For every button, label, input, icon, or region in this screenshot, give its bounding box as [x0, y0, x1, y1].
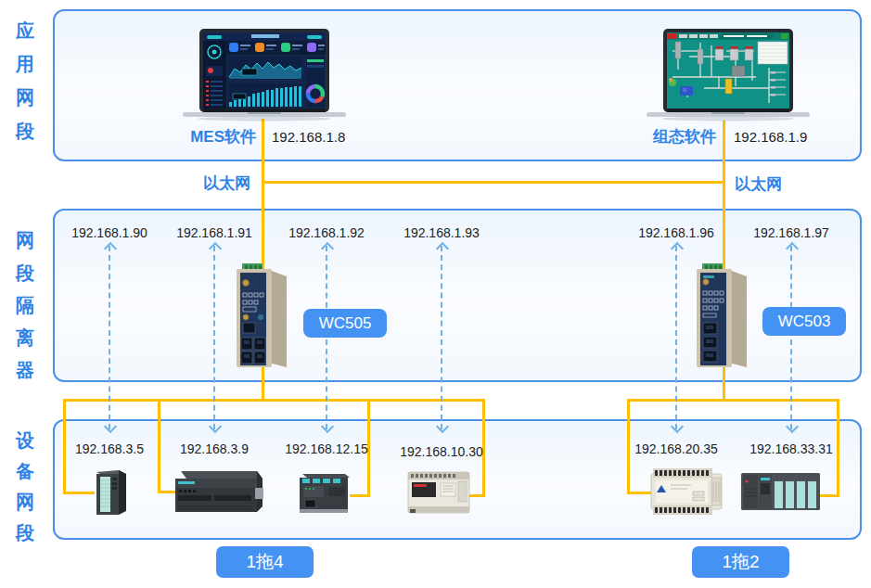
- wc505-lan-ip-3: 192.168.1.92: [275, 225, 378, 240]
- group1-badge: 1拖4: [216, 546, 314, 578]
- siemens-s7-1200-plc-icon: [297, 472, 352, 515]
- cable-stub-1: [63, 492, 95, 494]
- dashed-link-arrow-5: [675, 246, 677, 429]
- device-ip-1: 192.168.3.5: [58, 441, 160, 456]
- delta-dvp-plc-icon: [650, 467, 724, 516]
- ethernet-label-right: 以太网: [735, 173, 782, 195]
- mes-ip: 192.168.1.8: [272, 129, 345, 145]
- cable-stub-3: [350, 494, 370, 497]
- dashed-link-arrow-6: [790, 246, 792, 429]
- siemens-sm-module-plc-icon: [91, 467, 130, 517]
- scada-ip: 192.168.1.9: [734, 129, 807, 145]
- mes-laptop-image: [183, 29, 346, 121]
- scada-software-label: 组态软件: [618, 126, 716, 147]
- device-ip-4: 192.168.10.30: [391, 444, 493, 459]
- cable-bus-right: [627, 399, 839, 402]
- cable-bus-left: [63, 399, 485, 402]
- wc505-model-badge: WC505: [303, 309, 387, 338]
- wc505-isolator-image: [233, 263, 292, 375]
- mitsubishi-fx-plc-icon: [407, 468, 472, 517]
- wc503-model-badge: WC503: [762, 307, 846, 336]
- dashed-link-arrow-3: [326, 246, 327, 429]
- ethernet-label-left: 以太网: [181, 173, 250, 194]
- group2-badge: 1拖2: [692, 546, 789, 578]
- wc505-lan-ip-4: 192.168.1.93: [391, 225, 493, 240]
- dashed-link-arrow-1: [109, 246, 110, 429]
- isolation-segment-title: 网段隔离器: [14, 224, 36, 387]
- siemens-s7-200-plc-icon: [173, 469, 264, 516]
- scada-laptop-image: [647, 29, 810, 121]
- mitsubishi-q-rack-plc-icon: [740, 470, 822, 513]
- network-topology-diagram: 应用网段 网段隔离器 设备网段: [0, 0, 871, 588]
- device-ip-5: 192.168.20.35: [625, 441, 727, 456]
- wc503-lan-ip-2: 192.168.1.97: [740, 225, 842, 240]
- application-segment-title: 应用网段: [14, 14, 36, 147]
- wc503-lan-ip-1: 192.168.1.96: [625, 225, 727, 240]
- dashed-link-arrow-2: [213, 246, 215, 429]
- device-segment-title: 设备网段: [14, 426, 36, 548]
- mes-software-label: MES软件: [158, 126, 256, 147]
- device-ip-3: 192.168.12.15: [275, 441, 378, 456]
- device-ip-2: 192.168.3.9: [163, 441, 265, 456]
- wc505-lan-ip-1: 192.168.1.90: [58, 225, 160, 240]
- device-ip-6: 192.168.33.31: [740, 441, 842, 456]
- wc505-lan-ip-2: 192.168.1.91: [163, 225, 265, 240]
- dashed-link-arrow-4: [441, 246, 442, 429]
- wc503-isolator-image: [693, 263, 752, 375]
- cable-ethernet-trunk: [262, 181, 725, 184]
